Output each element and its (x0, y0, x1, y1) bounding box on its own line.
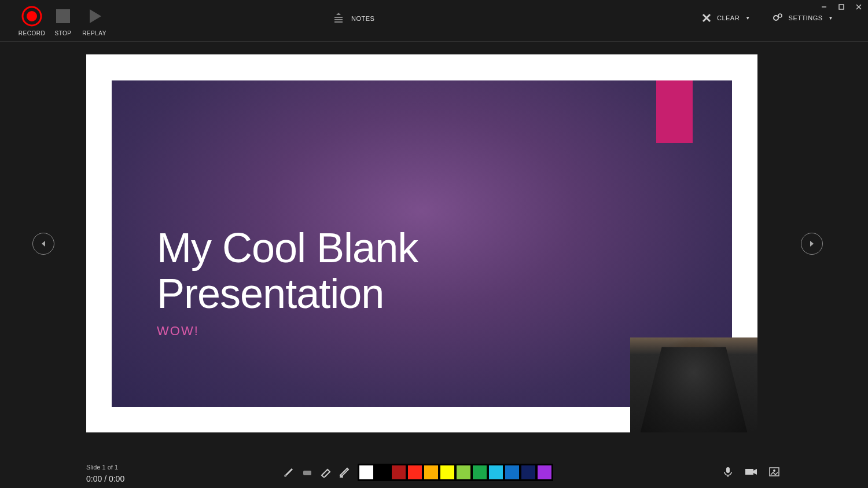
stage: My Cool Blank Presentation WOW! (0, 42, 868, 460)
close-button[interactable] (855, 3, 862, 10)
camera-toggle[interactable] (744, 465, 758, 479)
play-icon (84, 6, 105, 27)
color-swatch-1[interactable] (375, 465, 390, 480)
microphone-icon (722, 466, 734, 478)
caret-down-icon: ▼ (745, 16, 750, 21)
clear-button[interactable]: CLEAR▼ (702, 13, 751, 23)
highlighter-tool[interactable] (318, 464, 333, 479)
color-swatches (358, 464, 553, 481)
chevron-right-icon (808, 240, 816, 248)
eraser-tool[interactable] (300, 464, 315, 479)
microphone-toggle[interactable] (721, 465, 735, 479)
color-swatch-5[interactable] (440, 465, 455, 480)
settings-label: SETTINGS (789, 14, 823, 21)
record-icon (21, 6, 42, 27)
svg-rect-1 (839, 5, 844, 9)
thumbnail-icon (768, 466, 780, 478)
settings-button[interactable]: SETTINGS▼ (773, 13, 833, 23)
svg-marker-7 (90, 9, 101, 23)
color-swatch-3[interactable] (407, 465, 422, 480)
bottom-toolbar: Slide 1 of 1 0:00 / 0:00 (0, 460, 868, 488)
svg-marker-24 (753, 469, 757, 475)
stop-button[interactable]: STOP (50, 6, 76, 36)
close-icon (702, 13, 711, 23)
top-toolbar: RECORD STOP REPLAY NOTES (0, 0, 868, 42)
caret-down-icon: ▼ (829, 16, 833, 21)
svg-rect-6 (56, 9, 70, 23)
slide-title-line2: Presentation (157, 270, 384, 317)
prev-slide-button[interactable] (32, 233, 54, 255)
stop-icon (53, 6, 73, 27)
svg-rect-23 (745, 469, 753, 475)
clear-label: CLEAR (717, 14, 740, 21)
replay-label: REPLAY (82, 30, 106, 36)
svg-marker-8 (336, 13, 341, 15)
svg-marker-17 (810, 241, 814, 247)
color-swatch-10[interactable] (521, 465, 536, 480)
notes-icon (333, 13, 344, 24)
color-swatch-8[interactable] (488, 465, 503, 480)
camera-icon (744, 466, 758, 478)
stop-label: STOP (54, 30, 71, 36)
notes-label: NOTES (351, 15, 374, 22)
replay-button[interactable]: REPLAY (81, 6, 108, 36)
marker-tool[interactable] (337, 464, 352, 479)
svg-marker-16 (42, 241, 45, 247)
record-button[interactable]: RECORD (19, 6, 45, 36)
window-controls (821, 3, 862, 10)
slide-canvas: My Cool Blank Presentation WOW! (86, 54, 757, 432)
color-swatch-9[interactable] (505, 465, 520, 480)
annotation-tools (281, 464, 352, 479)
svg-point-14 (774, 16, 778, 20)
next-slide-button[interactable] (801, 233, 823, 255)
notes-button[interactable]: NOTES (333, 13, 374, 24)
webcam-preview[interactable] (630, 337, 757, 432)
color-swatch-4[interactable] (424, 465, 439, 480)
gear-icon (773, 13, 783, 23)
svg-point-18 (284, 475, 286, 477)
time-counter: 0:00 / 0:00 (86, 474, 124, 483)
slide-title: My Cool Blank Presentation (157, 225, 418, 317)
slide-counter: Slide 1 of 1 (86, 464, 118, 471)
svg-rect-21 (726, 467, 730, 473)
bookmark-accent (656, 80, 693, 143)
thumbnail-toggle[interactable] (767, 465, 781, 479)
minimize-button[interactable] (821, 3, 827, 10)
maximize-button[interactable] (838, 3, 845, 10)
slide-title-line1: My Cool Blank (157, 225, 418, 271)
color-swatch-2[interactable] (391, 465, 406, 480)
svg-rect-19 (303, 471, 311, 475)
svg-point-5 (27, 11, 37, 21)
svg-point-26 (773, 469, 775, 472)
color-swatch-7[interactable] (472, 465, 487, 480)
color-swatch-6[interactable] (456, 465, 471, 480)
pen-tool[interactable] (281, 464, 296, 479)
svg-point-15 (778, 14, 782, 17)
slide-subtitle: WOW! (157, 324, 199, 339)
chevron-left-icon (39, 240, 47, 248)
color-swatch-11[interactable] (537, 465, 552, 480)
record-label: RECORD (19, 30, 45, 36)
color-swatch-0[interactable] (359, 465, 374, 480)
